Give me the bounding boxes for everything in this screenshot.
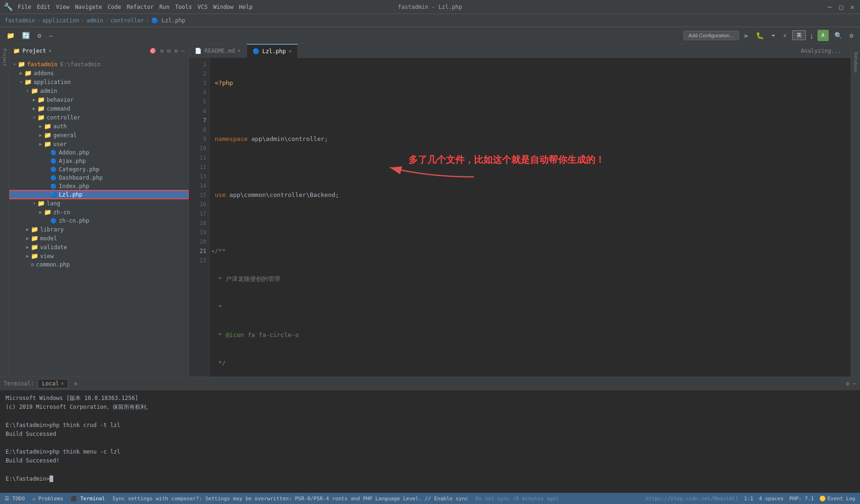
search-icon[interactable]: 🔍 [832, 31, 844, 40]
terminal-tabs-bar: Terminal: Local ✕ + ⚙ — [0, 377, 860, 390]
breadcrumb-item[interactable]: fastadmin [5, 17, 35, 24]
tree-item-fastadmin[interactable]: ▾ 📁 fastadmin E:\fastadmin [9, 60, 189, 69]
tree-item-user[interactable]: ▶ 📁 user [9, 140, 189, 148]
tree-item-general[interactable]: ▶ 📁 general [9, 131, 189, 140]
debug-icon[interactable]: 🐛 [754, 31, 766, 40]
minimize-button[interactable]: ─ [826, 3, 833, 11]
toolbar: 📁 🔄 ⚙ — Add Configuration... ▶ 🐛 ☂ ⚡ 英 ;… [0, 27, 860, 44]
menu-help[interactable]: Help [239, 4, 253, 10]
project-panel: 📁 Project ▾ 🎯 ≡ ⊟ ⚙ — ▾ 📁 fastadmin E:\f… [9, 44, 189, 377]
run-icon[interactable]: ▶ [743, 31, 750, 40]
toolbar-icon-project[interactable]: 📁 [5, 31, 16, 40]
menu-run[interactable]: Run [159, 4, 169, 10]
tree-item-application[interactable]: ▾ 📁 application [9, 77, 189, 86]
tab-readme[interactable]: 📄 README.md ✕ [189, 44, 247, 58]
menu-navigate[interactable]: Navigate [75, 4, 102, 10]
coverage-icon[interactable]: ☂ [769, 31, 777, 40]
breadcrumb: fastadmin › application › admin › contro… [0, 14, 860, 27]
collapse-all-icon[interactable]: ⊟ [167, 48, 170, 54]
tree-item-validate[interactable]: ▶ 📁 validate [9, 243, 189, 252]
menu-refactor[interactable]: Refactor [127, 4, 154, 10]
term-line-10: E:\fastadmin> [6, 475, 854, 483]
todo-icon[interactable]: ☰ TODO [5, 496, 25, 502]
titlebar: 🔧 File Edit View Navigate Code Refactor … [0, 0, 860, 14]
term-line-9 [6, 466, 854, 475]
locate-icon[interactable]: 🎯 [149, 48, 156, 54]
add-configuration-button[interactable]: Add Configuration... [684, 31, 739, 40]
menu-file[interactable]: File [18, 4, 31, 10]
right-sidebar: Database [851, 44, 860, 377]
tree-item-lzl-php[interactable]: 🔵 Lzl.php [9, 190, 189, 199]
tree-item-zh-cn-php[interactable]: 🔵 zh-cn.php [9, 217, 189, 225]
tree-item-auth[interactable]: ▶ 📁 auth [9, 122, 189, 131]
tree-item-library[interactable]: ▶ 📁 library [9, 225, 189, 234]
terminal-icon[interactable]: ⬛ Terminal [70, 496, 105, 502]
profile-icon[interactable]: ⚡ [781, 31, 789, 40]
toolbar-icon-sync[interactable]: 🔄 [20, 31, 32, 40]
tree-item-zh-cn[interactable]: ▶ 📁 zh-cn [9, 208, 189, 217]
tab-lzl[interactable]: 🔵 Lzl.php ✕ [247, 44, 298, 58]
tree-item-view[interactable]: ▶ 📁 view [9, 252, 189, 260]
menu-vcs[interactable]: VCS [197, 4, 208, 10]
breadcrumb-item[interactable]: controller [110, 17, 144, 24]
toolbar-icon-settings[interactable]: ⚙ [35, 31, 43, 40]
menu-window[interactable]: Window [213, 4, 233, 10]
menu-code[interactable]: Code [108, 4, 121, 10]
terminal-tab-close[interactable]: ✕ [61, 380, 64, 386]
toolbar-icon-semicolon: ; [810, 32, 813, 39]
dropdown-icon[interactable]: ▾ [49, 48, 52, 54]
menu-edit[interactable]: Edit [37, 4, 50, 10]
tree-item-lang[interactable]: ▾ 📁 lang [9, 199, 189, 208]
close-panel-icon[interactable]: — [182, 48, 185, 54]
breadcrumb-item[interactable]: admin [86, 17, 103, 24]
settings-icon[interactable]: ⚙ [848, 31, 855, 40]
tree-item-admin[interactable]: ▾ 📁 admin [9, 86, 189, 95]
project-panel-header: 📁 Project ▾ 🎯 ≡ ⊟ ⚙ — [9, 44, 189, 58]
terminal-tab-local[interactable]: Local ✕ [38, 379, 68, 388]
tree-item-ajax-php[interactable]: 🔵 Ajax.php [9, 157, 189, 165]
terminal-add-button[interactable]: + [72, 380, 79, 387]
tree-item-dashboard-php[interactable]: 🔵 Dashboard.php [9, 174, 189, 182]
tab-lzl-label: Lzl.php [262, 48, 286, 55]
terminal-settings-icon[interactable]: ⚙ [846, 380, 849, 387]
tree-item-common-php[interactable]: ⚙ common.php [9, 260, 189, 269]
avatar-icon[interactable]: A [818, 30, 829, 41]
tree-item-behavior[interactable]: ▶ 📁 behavior [9, 95, 189, 104]
tab-lzl-close[interactable]: ✕ [289, 48, 292, 54]
tree-item-controller[interactable]: ▾ 📁 controller [9, 113, 189, 122]
bottom-panel: Terminal: Local ✕ + ⚙ — Microsoft Window… [0, 377, 860, 493]
statusbar: ☰ TODO ⚠ Problems ⬛ Terminal Sync settin… [0, 493, 860, 504]
do-not-sync[interactable]: Do not sync (6 minutes ago) [476, 496, 559, 502]
tree-item-addon-php[interactable]: 🔵 Addon.php [9, 148, 189, 157]
editor-tabs: 📄 README.md ✕ 🔵 Lzl.php ✕ Analyzing... [189, 44, 851, 58]
terminal-content[interactable]: Microsoft Windows [版本 10.0.18363.1256] (… [0, 390, 860, 493]
close-button[interactable]: ✕ [849, 3, 856, 11]
expand-all-icon[interactable]: ≡ [160, 48, 163, 54]
language-indicator[interactable]: 英 [792, 30, 806, 40]
window-controls[interactable]: ─ □ ✕ [826, 3, 856, 11]
window-title: fastadmin - Lzl.php [398, 4, 462, 10]
terminal-minimize-icon[interactable]: — [853, 380, 856, 387]
blog-url[interactable]: https://blog.csdn.net/MoastAll [646, 496, 739, 502]
project-tab-icon[interactable]: Project [2, 49, 7, 66]
event-log-icon[interactable]: 🟡Event Log [819, 496, 855, 502]
term-line-1: Microsoft Windows [版本 10.0.18363.1256] [6, 394, 854, 403]
settings-icon[interactable]: ⚙ [175, 48, 178, 54]
database-tab[interactable]: Database [853, 49, 859, 76]
tab-readme-close[interactable]: ✕ [238, 48, 241, 54]
tree-item-model[interactable]: ▶ 📁 model [9, 234, 189, 243]
menu-tools[interactable]: Tools [175, 4, 192, 10]
tree-item-category-php[interactable]: 🔵 Category.php [9, 165, 189, 174]
statusbar-right: https://blog.csdn.net/MoastAll 1:1 4 spa… [646, 496, 855, 502]
maximize-button[interactable]: □ [837, 3, 845, 11]
breadcrumb-item[interactable]: application [42, 17, 79, 24]
editor-area: 📄 README.md ✕ 🔵 Lzl.php ✕ Analyzing... 1… [189, 44, 851, 377]
cursor-position: 1:1 [744, 496, 754, 502]
tree-item-addons[interactable]: ▶ 📁 addons [9, 69, 189, 77]
code-content[interactable]: <?php namespace app\admin\controller; us… [210, 58, 851, 377]
problems-icon[interactable]: ⚠ Problems [32, 496, 63, 502]
toolbar-icon-hide[interactable]: — [47, 31, 54, 40]
menu-view[interactable]: View [56, 4, 70, 10]
tree-item-index-php[interactable]: 🔵 Index.php [9, 182, 189, 190]
tree-item-command[interactable]: ▶ 📁 command [9, 104, 189, 113]
